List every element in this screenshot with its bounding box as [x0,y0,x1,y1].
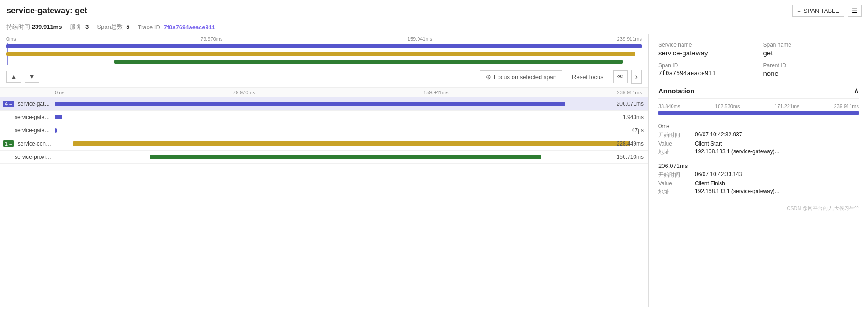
span-bar [55,115,62,119]
ruler-239ms: 239.911ms [617,36,642,42]
eye-button[interactable]: 👁 [613,70,628,83]
down-button[interactable]: ▼ [25,71,39,83]
annotation-field: 开始时间 06/07 10:42:33.143 [658,171,859,179]
annotation-time-206: 206.071ms [658,162,859,169]
span-row[interactable]: service-gateway: async 47μs [0,124,648,137]
annotation-field: 地址 192.168.133.1 (service-gateway)... [658,188,859,196]
overview-track-purple [6,43,642,50]
annotation-field: Value Client Start [658,140,859,147]
duration-label: 持续时间 239.911ms [6,23,62,31]
trace-id: Trace ID 7f0a7694aeace911 [138,24,216,31]
annotation-field: Value Client Finish [658,180,859,187]
right-panel: Service name service-gateway Span name g… [649,34,868,307]
annotation-time-0: 0ms [658,123,859,129]
field-label: 开始时间 [658,171,686,179]
overview-track-green [6,59,642,65]
watermark: CSDN @网平台的人,大侠习生^^ [658,205,859,212]
list-icon: ≡ [797,7,801,14]
span-name: service-gateway: get [18,101,55,107]
service-name-item: Service name service-gateway [658,42,754,57]
span-label: service-provider: get /get [0,152,55,162]
field-label: 开始时间 [658,131,686,139]
parent-id-item: Parent ID none [763,62,859,77]
focus-button[interactable]: ⊕ Focus on selected span [480,70,562,83]
span-id-value: 7f0a7694aeace911 [658,70,754,76]
span-bar-col: 228.449ms [55,137,648,150]
span-area: 4 – service-gateway: get 206.071ms servi… [0,97,648,307]
hamburger-icon: ☰ [852,7,857,14]
meta-bar: 持续时间 239.911ms 服务 3 Span总数 5 Trace ID 7f… [0,20,868,34]
overview-bar-gold [6,52,635,56]
field-label: 地址 [658,188,686,196]
service-name-label: Service name [658,42,754,48]
sruler-0ms: 0ms [55,90,64,95]
field-label: Value [658,140,686,147]
service-count: 服务 3 [70,23,89,31]
timeline-ruler: 0ms 79.970ms 159.941ms 239.911ms [6,36,642,42]
group-badge: 4 – [3,101,14,107]
span-label: service-gateway: async [0,125,55,135]
span-name-item: Span name get [763,42,859,57]
parent-id-value: none [763,70,859,77]
detail-grid: Service name service-gateway Span name g… [658,42,859,77]
span-duration: 206.071ms [617,101,644,107]
service-name-value: service-gateway [658,49,754,57]
overview-bar-green [114,60,623,64]
collapse-icon[interactable]: ∧ [854,86,859,95]
parent-id-label: Parent ID [763,62,859,69]
left-panel: 0ms 79.970ms 159.941ms 239.911ms [0,34,649,307]
span-bar-col: 206.071ms [55,97,648,110]
span-bar-col: 47μs [55,124,648,137]
page-header: service-gateway: get ≡ SPAN TABLE ☰ [0,0,868,20]
field-value: Client Finish [695,180,725,187]
span-name: service-provider: get /get [3,154,55,160]
reset-focus-button[interactable]: Reset focus [566,71,609,83]
field-value: 192.168.133.1 (service-gateway)... [695,188,779,196]
span-bar [150,155,541,159]
span-bar-col: 156.710ms [55,151,648,163]
span-table-label: SPAN TABLE [804,7,839,14]
span-row[interactable]: 4 – service-gateway: get 206.071ms [0,97,648,111]
span-duration: 1.943ms [623,114,644,120]
up-icon: ▲ [11,73,17,81]
timeline-overview: 0ms 79.970ms 159.941ms 239.911ms [0,34,648,66]
aruler-239ms: 239.911ms [834,103,859,109]
span-row[interactable]: service-provider: get /get 156.710ms [0,151,648,164]
ruler-79ms: 79.970ms [201,36,222,42]
span-duration: 228.449ms [617,140,644,147]
ruler-0ms: 0ms [6,36,16,42]
hamburger-button[interactable]: ☰ [848,5,862,17]
span-name: service-gateway: async [3,127,55,134]
span-table-button[interactable]: ≡ SPAN TABLE [792,5,844,17]
span-name: service-consumer: get /{id} [18,140,55,147]
reset-label: Reset focus [572,74,603,81]
annotation-header: Annotation ∧ [658,86,859,99]
page-title: service-gateway: get [6,6,87,16]
field-value: 192.168.133.1 (service-gateway)... [695,148,779,156]
focus-icon: ⊕ [486,73,491,81]
sruler-159ms: 159.941ms [423,90,448,95]
span-label: service-gateway: async [0,112,55,122]
sruler-239ms: 239.911ms [617,90,642,95]
span-bar-col: 1.943ms [55,111,648,124]
down-icon: ▼ [29,73,35,81]
up-button[interactable]: ▲ [6,71,21,83]
annotation-ruler: 33.840ms 102.530ms 171.221ms 239.911ms [658,103,859,109]
aruler-171ms: 171.221ms [774,103,799,109]
span-id-label: Span ID [658,62,754,69]
annotation-entry: 0ms 开始时间 06/07 10:42:32.937 Value Client… [658,123,859,156]
next-button[interactable]: › [631,70,642,84]
span-duration: 47μs [632,127,644,134]
overview-track-gold [6,51,642,58]
span-row[interactable]: 1 – service-consumer: get /{id} 228.449m… [0,137,648,151]
sruler-79ms: 79.970ms [233,90,255,95]
ruler-159ms: 159.941ms [408,36,432,42]
annotation-field: 开始时间 06/07 10:42:32.937 [658,131,859,139]
annotation-timeline-bar [658,111,859,115]
eye-icon: 👁 [617,73,624,81]
field-label: 地址 [658,148,686,156]
span-row[interactable]: service-gateway: async 1.943ms [0,111,648,124]
span-duration: 156.710ms [617,154,644,160]
header-actions: ≡ SPAN TABLE ☰ [792,5,862,17]
span-ruler: 0ms 79.970ms 159.941ms 239.911ms [0,88,648,97]
